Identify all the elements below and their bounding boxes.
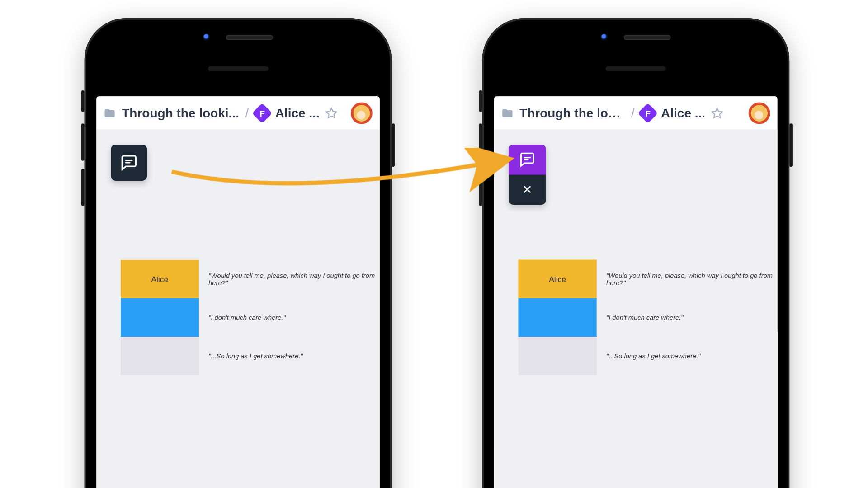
swatch-blue[interactable]: [518, 298, 596, 337]
phone-mockup-after: Through the looki... / F Alice ... ✕: [482, 18, 789, 488]
comment-tool-active-button[interactable]: [509, 145, 546, 175]
quote-text: "I don't much care where.": [606, 314, 684, 321]
svg-marker-3: [712, 108, 722, 117]
swatch-yellow[interactable]: Alice: [121, 260, 199, 298]
folder-icon: [104, 107, 116, 119]
figma-file-icon: F: [641, 106, 655, 120]
app-screen: Through the looki... / F Alice ... Alice: [96, 96, 380, 488]
quote-text: "Would you tell me, please, which way I …: [208, 272, 377, 286]
user-avatar[interactable]: [749, 102, 770, 124]
figma-file-icon: F: [255, 106, 269, 120]
character-label: Alice: [151, 274, 168, 283]
comment-tool-button[interactable]: [111, 145, 147, 181]
breadcrumb-separator: /: [631, 106, 635, 120]
breadcrumb-header: Through the looki... / F Alice ...: [96, 96, 380, 130]
svg-marker-0: [326, 108, 336, 117]
quote-text: "...So long as I get somewhere.": [606, 352, 700, 360]
design-canvas[interactable]: Alice "Would you tell me, please, which …: [96, 130, 380, 488]
design-canvas[interactable]: ✕ Alice "Would you tell me, please, whic…: [494, 130, 778, 488]
close-icon: ✕: [522, 183, 533, 197]
swatch-yellow[interactable]: Alice: [518, 260, 596, 298]
folder-icon: [501, 107, 514, 119]
canvas-content: Alice "Would you tell me, please, which …: [121, 260, 377, 375]
swatch-grey[interactable]: [121, 337, 199, 375]
quote-text: "Would you tell me, please, which way I …: [606, 272, 775, 286]
canvas-content: Alice "Would you tell me, please, which …: [518, 260, 775, 375]
app-screen: Through the looki... / F Alice ... ✕: [494, 96, 778, 488]
breadcrumb-folder[interactable]: Through the looki...: [519, 106, 625, 120]
swatch-blue[interactable]: [121, 298, 199, 337]
close-button[interactable]: ✕: [509, 175, 546, 205]
breadcrumb-separator: /: [245, 106, 249, 120]
quote-text: "I don't much care where.": [208, 314, 286, 321]
breadcrumb-file[interactable]: Alice ...: [661, 106, 705, 120]
user-avatar[interactable]: [351, 102, 373, 124]
star-icon[interactable]: [326, 107, 338, 119]
swatch-grey[interactable]: [518, 337, 596, 375]
phone-mockup-before: Through the looki... / F Alice ... Alice: [85, 18, 392, 488]
quote-text: "...So long as I get somewhere.": [208, 352, 302, 360]
character-label: Alice: [549, 274, 566, 283]
breadcrumb-header: Through the looki... / F Alice ...: [494, 96, 778, 130]
breadcrumb-folder[interactable]: Through the looki...: [122, 106, 239, 120]
breadcrumb-file[interactable]: Alice ...: [275, 106, 320, 120]
star-icon[interactable]: [711, 107, 723, 119]
comment-tool-panel: ✕: [509, 145, 546, 205]
